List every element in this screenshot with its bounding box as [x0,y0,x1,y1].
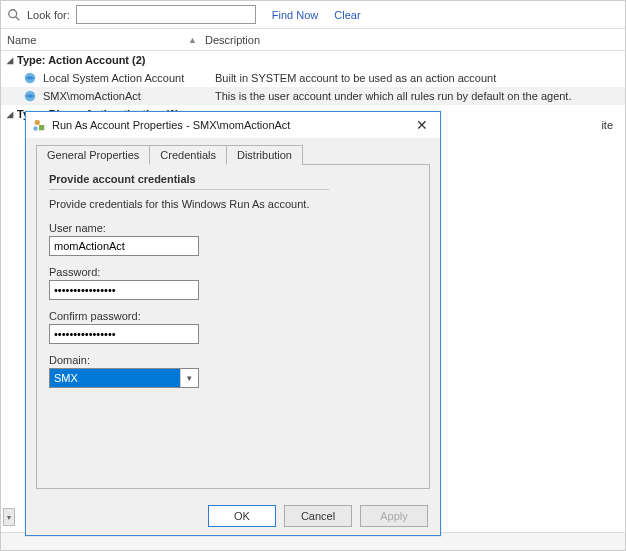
svg-point-0 [9,9,17,17]
domain-value: SMX [50,369,180,387]
password-label: Password: [49,266,417,278]
cancel-button[interactable]: Cancel [284,505,352,527]
scroll-down-button[interactable]: ▾ [3,508,15,526]
apply-button: Apply [360,505,428,527]
row-description: Built in SYSTEM account to be used as an… [215,72,619,84]
dialog-icon [32,118,46,132]
clear-link[interactable]: Clear [334,9,360,21]
close-icon: ✕ [416,117,428,133]
row-description: This is the user account under which all… [215,90,619,102]
tabstrip: General Properties Credentials Distribut… [26,138,440,164]
table-row[interactable]: Local System Action Account Built in SYS… [1,69,625,87]
group-label: Type: Action Account (2) [17,54,146,66]
tab-body-credentials: Provide account credentials Provide cred… [36,164,430,489]
column-name[interactable]: Name ▲ [7,34,205,46]
column-headers: Name ▲ Description [1,29,625,51]
expand-icon: ◢ [7,56,13,65]
section-title: Provide account credentials [49,173,329,190]
tab-credentials[interactable]: Credentials [149,145,227,165]
password-input[interactable] [49,280,199,300]
svg-line-1 [16,16,20,20]
account-icon [23,71,37,85]
row-name: Local System Action Account [43,72,209,84]
search-icon [7,8,21,22]
dialog-button-row: OK Cancel Apply [26,497,440,535]
search-input[interactable] [76,5,256,24]
run-as-account-properties-dialog: Run As Account Properties - SMX\momActio… [25,111,441,536]
dialog-title: Run As Account Properties - SMX\momActio… [52,119,404,131]
column-name-label: Name [7,34,36,46]
search-toolbar: Look for: Find Now Clear [1,1,625,29]
close-button[interactable]: ✕ [410,116,434,134]
confirm-password-label: Confirm password: [49,310,417,322]
svg-rect-5 [39,125,44,130]
svg-point-6 [33,126,37,130]
group-header[interactable]: ◢ Type: Action Account (2) [1,51,625,69]
username-input[interactable] [49,236,199,256]
row-name: SMX\momActionAct [43,90,209,102]
confirm-password-input[interactable] [49,324,199,344]
find-now-link[interactable]: Find Now [272,9,318,21]
svg-point-4 [35,120,40,125]
username-label: User name: [49,222,417,234]
tab-general-properties[interactable]: General Properties [36,145,150,165]
domain-label: Domain: [49,354,417,366]
chevron-down-icon: ▾ [180,369,198,387]
look-for-label: Look for: [27,9,70,21]
column-description-label: Description [205,34,260,46]
tab-distribution[interactable]: Distribution [226,145,303,165]
dialog-titlebar: Run As Account Properties - SMX\momActio… [26,112,440,138]
account-icon [23,89,37,103]
sort-indicator-icon: ▲ [188,35,197,45]
truncated-row-text: ite [601,119,613,131]
section-helper: Provide credentials for this Windows Run… [49,198,417,210]
table-row[interactable]: SMX\momActionAct This is the user accoun… [1,87,625,105]
ok-button[interactable]: OK [208,505,276,527]
column-description[interactable]: Description [205,34,625,46]
expand-icon: ◢ [7,110,13,119]
domain-combobox[interactable]: SMX ▾ [49,368,199,388]
